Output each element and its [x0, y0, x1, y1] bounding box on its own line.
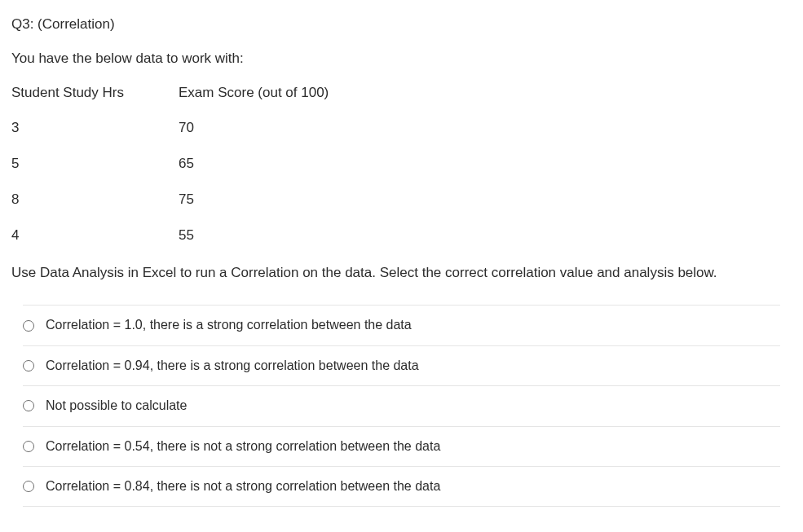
cell-exam-score: 55 [179, 226, 194, 245]
header-exam-score: Exam Score (out of 100) [179, 83, 329, 103]
answer-option[interactable]: Correlation = 0.94, there is a strong co… [23, 345, 780, 385]
cell-exam-score: 75 [179, 190, 194, 209]
answer-option[interactable]: Correlation = 1.0, there is a strong cor… [23, 305, 780, 345]
radio-icon [23, 320, 34, 332]
answer-options: Correlation = 1.0, there is a strong cor… [23, 305, 780, 507]
data-row: 5 65 [11, 154, 792, 174]
radio-icon [23, 360, 34, 372]
option-label: Correlation = 0.84, there is not a stron… [46, 477, 440, 495]
answer-option[interactable]: Not possible to calculate [23, 385, 780, 425]
option-label: Correlation = 0.54, there is not a stron… [46, 437, 440, 455]
option-label: Not possible to calculate [46, 397, 187, 415]
question-instruction: Use Data Analysis in Excel to run a Corr… [11, 263, 792, 283]
option-label: Correlation = 1.0, there is a strong cor… [46, 316, 412, 334]
radio-icon [23, 400, 34, 411]
data-row: 8 75 [11, 190, 792, 209]
cell-study-hrs: 3 [11, 118, 179, 138]
radio-icon [23, 481, 34, 492]
data-header-row: Student Study Hrs Exam Score (out of 100… [11, 83, 792, 103]
option-label: Correlation = 0.94, there is a strong co… [46, 357, 419, 375]
radio-icon [23, 441, 34, 452]
data-row: 3 70 [11, 118, 792, 138]
question-heading: Q3: (Correlation) [11, 15, 792, 34]
cell-study-hrs: 5 [11, 154, 179, 174]
data-row: 4 55 [11, 226, 792, 245]
question-intro: You have the below data to work with: [11, 49, 792, 68]
cell-exam-score: 70 [179, 118, 194, 138]
answer-option[interactable]: Correlation = 0.84, there is not a stron… [23, 466, 780, 507]
cell-study-hrs: 8 [11, 190, 179, 209]
answer-option[interactable]: Correlation = 0.54, there is not a stron… [23, 426, 780, 466]
header-study-hrs: Student Study Hrs [11, 83, 179, 103]
cell-exam-score: 65 [179, 154, 194, 174]
cell-study-hrs: 4 [11, 226, 179, 245]
